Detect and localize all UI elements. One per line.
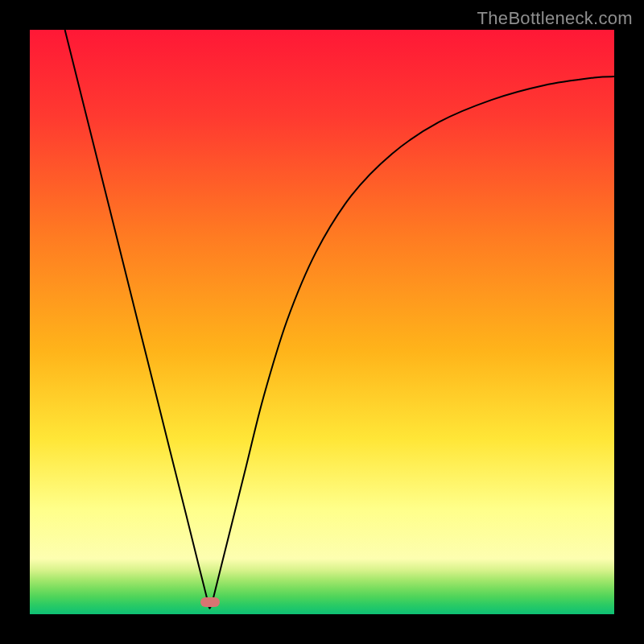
plot-area: [30, 30, 614, 614]
chart-frame: TheBottleneck.com: [0, 0, 644, 644]
curve-path: [65, 30, 614, 609]
watermark-text: TheBottleneck.com: [477, 8, 633, 29]
min-marker: [200, 597, 220, 607]
bottleneck-curve: [30, 30, 614, 614]
